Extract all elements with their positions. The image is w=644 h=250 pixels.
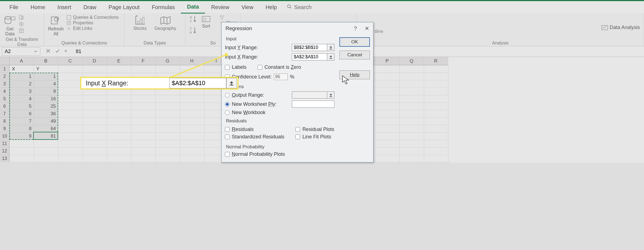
row-header[interactable]: 1 <box>0 65 9 73</box>
cell[interactable] <box>34 155 58 162</box>
cell[interactable] <box>107 95 131 103</box>
queries-connections-button[interactable]: Queries & Connections <box>66 15 119 20</box>
input-y-range-field[interactable] <box>292 44 327 51</box>
cell[interactable]: 1 <box>10 73 34 80</box>
dialog-help-icon[interactable]: ? <box>354 25 357 32</box>
cell[interactable] <box>375 110 400 118</box>
cell[interactable] <box>400 80 424 88</box>
cell[interactable] <box>58 155 83 162</box>
cancel-button[interactable]: Cancel <box>339 51 370 59</box>
cell[interactable] <box>83 118 107 125</box>
residual-plots-checkbox[interactable] <box>295 127 300 132</box>
cell[interactable] <box>131 125 156 133</box>
output-range-radio[interactable] <box>225 93 230 98</box>
accept-formula-icon[interactable] <box>55 49 60 54</box>
ok-button[interactable]: OK <box>339 37 370 47</box>
name-box[interactable]: A2 <box>2 47 40 56</box>
filter-button[interactable] <box>219 15 237 20</box>
geography-button[interactable]: Geography <box>154 15 176 31</box>
refresh-all-button[interactable]: Refresh All <box>48 15 64 36</box>
cell[interactable]: 2 <box>10 80 34 88</box>
column-header[interactable]: A <box>9 57 34 65</box>
cell[interactable] <box>156 125 180 133</box>
cell[interactable] <box>400 65 424 73</box>
cell[interactable] <box>156 133 180 140</box>
cell[interactable] <box>10 140 34 148</box>
from-text-icon[interactable] <box>19 15 24 21</box>
edit-links-button[interactable]: Edit Links <box>66 26 119 31</box>
cell[interactable] <box>34 140 58 148</box>
cell[interactable] <box>58 148 83 155</box>
cell[interactable] <box>83 125 107 133</box>
constant-zero-checkbox[interactable] <box>258 65 262 70</box>
cell[interactable] <box>180 140 204 148</box>
cell[interactable] <box>156 103 180 110</box>
cell[interactable] <box>424 110 448 118</box>
input-x-range-field[interactable] <box>292 53 327 60</box>
sort-desc-button[interactable]: ZA <box>189 26 199 36</box>
cell[interactable] <box>424 88 448 95</box>
cell[interactable] <box>131 110 156 118</box>
column-header[interactable]: Q <box>399 57 424 65</box>
column-header[interactable]: D <box>82 57 107 65</box>
from-table-icon[interactable] <box>19 28 24 34</box>
row-header[interactable]: 9 <box>0 125 9 132</box>
cell[interactable]: X <box>10 65 34 73</box>
tab-help[interactable]: Help <box>259 1 283 13</box>
cell[interactable] <box>58 103 83 110</box>
cell[interactable] <box>83 103 107 110</box>
row-header[interactable]: 8 <box>0 117 9 125</box>
collapse-output-range-button[interactable] <box>327 91 334 99</box>
cell[interactable] <box>83 65 107 73</box>
select-all-corner[interactable] <box>0 57 9 65</box>
residuals-checkbox[interactable] <box>225 127 230 132</box>
tab-home[interactable]: Home <box>24 1 51 13</box>
cell[interactable]: 4 <box>10 95 34 103</box>
cell[interactable]: 16 <box>34 95 58 103</box>
cell[interactable] <box>131 140 156 148</box>
cell[interactable] <box>58 133 83 140</box>
cell[interactable] <box>375 95 400 103</box>
cell[interactable]: 6 <box>10 110 34 118</box>
tab-formulas[interactable]: Formulas <box>146 1 181 13</box>
cell[interactable] <box>424 155 448 162</box>
cell[interactable] <box>180 133 204 140</box>
cell[interactable]: 81 <box>34 133 58 140</box>
tab-insert[interactable]: Insert <box>51 1 77 13</box>
cell[interactable] <box>156 148 180 155</box>
cell[interactable] <box>156 118 180 125</box>
cell[interactable] <box>180 65 204 73</box>
row-header[interactable]: 7 <box>0 110 9 117</box>
cell[interactable] <box>83 140 107 148</box>
cell[interactable] <box>58 140 83 148</box>
cell[interactable] <box>424 148 448 155</box>
cell[interactable] <box>107 118 131 125</box>
row-header[interactable]: 12 <box>0 147 9 155</box>
column-header[interactable]: B <box>34 57 58 65</box>
data-analysis-button[interactable]: Data Analysis <box>601 25 640 30</box>
cell[interactable] <box>131 133 156 140</box>
column-header[interactable]: R <box>424 57 448 65</box>
cell[interactable] <box>424 118 448 125</box>
cell[interactable] <box>424 103 448 110</box>
cell[interactable] <box>375 133 400 140</box>
cell[interactable] <box>400 148 424 155</box>
cell[interactable]: 1 <box>34 73 58 80</box>
cell[interactable] <box>131 103 156 110</box>
cell[interactable] <box>375 155 400 162</box>
collapse-y-range-button[interactable] <box>327 44 334 51</box>
cell[interactable] <box>58 95 83 103</box>
sort-asc-button[interactable]: AZ <box>189 15 199 25</box>
cell[interactable] <box>375 73 400 80</box>
cell[interactable]: Y <box>34 65 58 73</box>
collapse-x-range-button[interactable] <box>327 53 334 60</box>
column-header[interactable]: P <box>375 57 399 65</box>
column-header[interactable]: F <box>131 57 155 65</box>
cell[interactable] <box>375 88 400 95</box>
cell[interactable]: 7 <box>10 118 34 125</box>
cell[interactable] <box>400 73 424 80</box>
cell[interactable] <box>58 125 83 133</box>
cell[interactable] <box>156 95 180 103</box>
cell[interactable] <box>107 155 131 162</box>
cell[interactable] <box>58 118 83 125</box>
